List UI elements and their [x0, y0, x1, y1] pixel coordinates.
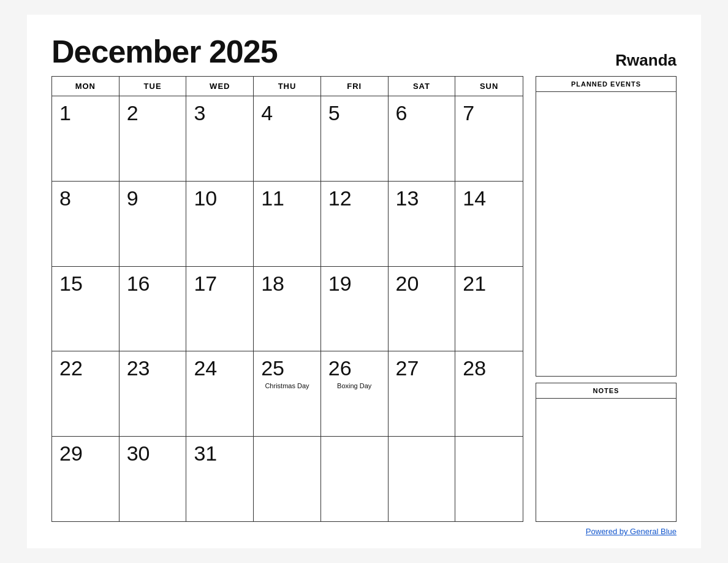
day-number: 23 [127, 358, 150, 378]
day-number: 31 [194, 443, 217, 464]
calendar-cell-12: 12 [321, 182, 389, 266]
day-number: 14 [463, 188, 486, 209]
day-number: 27 [396, 358, 419, 378]
day-number: 8 [59, 188, 71, 209]
day-header-mon: MON [52, 77, 119, 96]
day-number: 5 [328, 102, 340, 123]
calendar-cell-16: 16 [119, 267, 187, 351]
page: December 2025 Rwanda MONTUEWEDTHUFRISATS… [27, 15, 701, 548]
day-number: 4 [261, 102, 273, 123]
header: December 2025 Rwanda [51, 33, 677, 70]
calendar-cell-6: 6 [389, 96, 456, 181]
calendar-cell-2: 2 [119, 96, 187, 181]
day-number: 12 [328, 188, 352, 209]
calendar-row-0: 1234567 [52, 96, 523, 182]
calendar-cell-empty-4 [321, 437, 389, 521]
day-number: 16 [127, 273, 150, 294]
day-number: 10 [194, 188, 217, 209]
calendar-cell-31: 31 [186, 437, 254, 521]
page-title: December 2025 [51, 33, 278, 70]
day-number: 15 [59, 273, 83, 294]
calendar-cell-10: 10 [186, 182, 254, 266]
day-header-fri: FRI [321, 77, 389, 96]
day-headers: MONTUEWEDTHUFRISATSUN [52, 77, 523, 96]
calendar-cell-13: 13 [389, 182, 456, 266]
notes-box: NOTES [536, 383, 677, 522]
day-number: 29 [59, 443, 83, 464]
calendar-row-3: 22232425Christmas Day26Boxing Day2728 [52, 351, 523, 437]
calendar-cell-19: 19 [321, 267, 389, 351]
calendar-cell-14: 14 [455, 182, 523, 266]
day-number: 25 [261, 358, 284, 378]
day-header-thu: THU [254, 77, 321, 96]
planned-events-header: PLANNED EVENTS [536, 77, 676, 92]
day-number: 22 [59, 358, 83, 378]
day-number: 24 [194, 358, 217, 378]
holiday-label: Boxing Day [328, 382, 381, 389]
calendar-row-2: 15161718192021 [52, 267, 523, 352]
calendar-row-4: 293031 [52, 437, 523, 521]
day-number: 19 [328, 273, 352, 294]
main-content: MONTUEWEDTHUFRISATSUN 123456789101112131… [51, 76, 677, 522]
calendar-grid: MONTUEWEDTHUFRISATSUN 123456789101112131… [51, 76, 523, 522]
notes-body [536, 399, 676, 521]
calendar-cell-27: 27 [389, 351, 456, 436]
calendar-cell-11: 11 [254, 182, 321, 266]
calendar-cell-9: 9 [119, 182, 187, 266]
calendar-cell-26: 26Boxing Day [321, 351, 389, 436]
calendar-cell-30: 30 [119, 437, 187, 521]
calendar-cell-25: 25Christmas Day [254, 351, 321, 436]
day-number: 17 [194, 273, 217, 294]
day-number: 26 [328, 358, 352, 378]
calendar-body: 1234567891011121314151617181920212223242… [52, 96, 523, 521]
day-number: 18 [261, 273, 284, 294]
day-number: 3 [194, 102, 205, 123]
sidebar: PLANNED EVENTS NOTES [536, 76, 677, 522]
country-label: Rwanda [615, 51, 677, 70]
day-header-sun: SUN [455, 77, 523, 96]
day-header-sat: SAT [389, 77, 456, 96]
calendar-section: MONTUEWEDTHUFRISATSUN 123456789101112131… [51, 76, 523, 522]
day-number: 7 [463, 102, 474, 123]
day-header-tue: TUE [119, 77, 187, 96]
day-number: 9 [127, 188, 138, 209]
calendar-cell-20: 20 [389, 267, 456, 351]
calendar-cell-18: 18 [254, 267, 321, 351]
calendar-cell-1: 1 [52, 96, 119, 181]
calendar-cell-8: 8 [52, 182, 119, 266]
calendar-cell-empty-3 [254, 437, 321, 521]
day-number: 13 [396, 188, 419, 209]
day-number: 30 [127, 443, 150, 464]
calendar-cell-3: 3 [186, 96, 254, 181]
planned-events-box: PLANNED EVENTS [536, 76, 677, 377]
day-number: 28 [463, 358, 486, 378]
calendar-cell-7: 7 [455, 96, 523, 181]
calendar-cell-24: 24 [186, 351, 254, 436]
day-number: 6 [396, 102, 408, 123]
calendar-cell-4: 4 [254, 96, 321, 181]
planned-events-body [536, 92, 676, 376]
powered-by-link[interactable]: Powered by General Blue [586, 527, 677, 536]
notes-header: NOTES [536, 383, 676, 399]
day-number: 11 [261, 188, 284, 209]
calendar-cell-29: 29 [52, 437, 119, 521]
holiday-label: Christmas Day [261, 382, 313, 389]
day-number: 21 [463, 273, 486, 294]
calendar-cell-17: 17 [186, 267, 254, 351]
calendar-cell-empty-5 [389, 437, 456, 521]
calendar-cell-23: 23 [119, 351, 187, 436]
day-header-wed: WED [186, 77, 254, 96]
day-number: 2 [127, 102, 138, 123]
calendar-cell-5: 5 [321, 96, 389, 181]
calendar-cell-empty-6 [455, 437, 523, 521]
day-number: 20 [396, 273, 419, 294]
footer: Powered by General Blue [51, 522, 677, 536]
calendar-cell-21: 21 [455, 267, 523, 351]
calendar-cell-28: 28 [455, 351, 523, 436]
calendar-cell-22: 22 [52, 351, 119, 436]
calendar-row-1: 891011121314 [52, 182, 523, 267]
calendar-cell-15: 15 [52, 267, 119, 351]
day-number: 1 [59, 102, 71, 123]
